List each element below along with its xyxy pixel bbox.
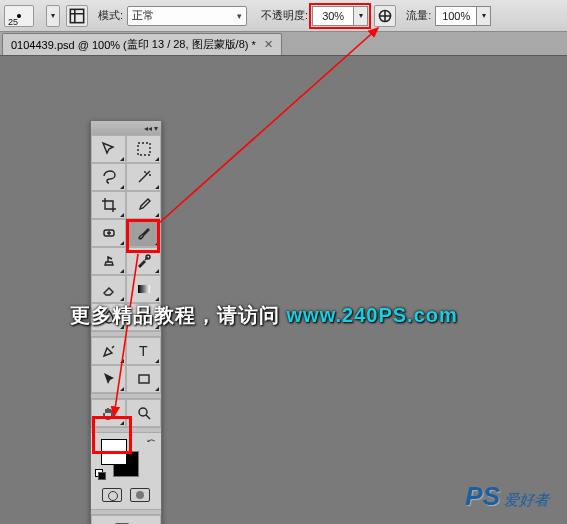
tools-panel-header[interactable]: ◂◂ ▾ (91, 121, 161, 135)
chevron-down-icon: ▾ (237, 11, 242, 21)
opacity-label: 不透明度: (261, 8, 308, 23)
watermark-logo-ps: PS (465, 481, 500, 512)
watermark-prefix: 更多精品教程，请访问 (70, 304, 280, 326)
svg-rect-5 (138, 285, 150, 293)
zoom-tool[interactable] (126, 399, 161, 427)
opacity-control: 30% ▾ (312, 6, 368, 26)
svg-rect-2 (138, 143, 150, 155)
pen-tool[interactable] (91, 337, 126, 365)
quick-mask-icon[interactable] (130, 488, 150, 502)
options-bar: 25 ▾ 模式: 正常 ▾ 不透明度: 30% ▾ 流量: 100% ▾ (0, 0, 567, 32)
watermark-text: 更多精品教程，请访问 www.240PS.com (70, 302, 458, 329)
crop-tool[interactable] (91, 191, 126, 219)
svg-rect-8 (139, 375, 149, 383)
swap-colors-icon[interactable]: ⤺ (147, 435, 155, 446)
magic-wand-tool[interactable] (126, 163, 161, 191)
close-tab-icon[interactable]: ✕ (264, 38, 273, 51)
healing-brush-tool[interactable] (91, 219, 126, 247)
brush-size-value: 25 (8, 17, 18, 27)
default-colors-icon[interactable] (95, 469, 105, 479)
edit-mode-row (91, 481, 161, 509)
color-swatches: ⤺ (91, 433, 161, 481)
lasso-tool[interactable] (91, 163, 126, 191)
path-selection-tool[interactable] (91, 365, 126, 393)
document-tab[interactable]: 0104439.psd @ 100% ( 盖印 13 / 28, 图层蒙版/8 … (2, 33, 282, 55)
flow-input[interactable]: 100% (435, 6, 477, 26)
brush-preset-dropdown[interactable]: ▾ (46, 5, 60, 27)
tab-filename: 0104439.psd (11, 39, 75, 51)
opacity-dropdown[interactable]: ▾ (354, 6, 368, 26)
annotation-arrows (0, 0, 567, 524)
flow-label: 流量: (406, 8, 431, 23)
tab-layer-info: 盖印 13 / 28, 图层蒙版/8 (127, 37, 245, 52)
watermark-url: www.240PS.com (287, 304, 458, 326)
clone-stamp-tool[interactable] (91, 247, 126, 275)
blend-mode-select[interactable]: 正常 ▾ (127, 6, 247, 26)
flow-dropdown[interactable]: ▾ (477, 6, 491, 26)
svg-rect-0 (70, 9, 83, 22)
watermark-logo-rest: 爱好者 (504, 491, 549, 510)
document-tab-bar: 0104439.psd @ 100% ( 盖印 13 / 28, 图层蒙版/8 … (0, 32, 567, 56)
svg-point-9 (139, 408, 147, 416)
blend-mode-value: 正常 (132, 8, 154, 23)
type-tool[interactable]: T (126, 337, 161, 365)
gradient-tool[interactable] (126, 275, 161, 303)
pressure-opacity-toggle[interactable] (374, 5, 396, 27)
foreground-swatch[interactable] (101, 439, 127, 465)
brush-panel-toggle[interactable] (66, 5, 88, 27)
rectangle-tool[interactable] (126, 365, 161, 393)
watermark-logo: PS 爱好者 (465, 481, 549, 512)
brush-tool[interactable] (126, 219, 161, 247)
opacity-input[interactable]: 30% (312, 6, 354, 26)
eyedropper-tool[interactable] (126, 191, 161, 219)
eraser-tool[interactable] (91, 275, 126, 303)
flow-control: 100% ▾ (435, 6, 491, 26)
tab-modified-indicator: * (252, 39, 256, 51)
svg-line-11 (158, 28, 378, 224)
move-tool[interactable] (91, 135, 126, 163)
svg-text:T: T (139, 343, 148, 359)
blend-mode-label: 模式: (98, 8, 123, 23)
tab-zoom: 100% (92, 39, 120, 51)
hand-tool[interactable] (91, 399, 126, 427)
screen-mode-button[interactable]: ▾ (91, 515, 161, 524)
history-brush-tool[interactable] (126, 247, 161, 275)
marquee-tool[interactable] (126, 135, 161, 163)
standard-mode-icon[interactable] (102, 488, 122, 502)
